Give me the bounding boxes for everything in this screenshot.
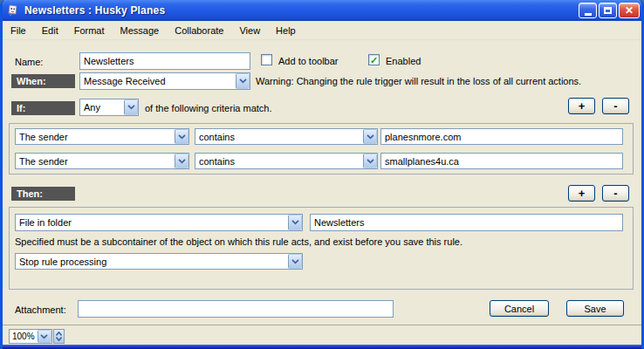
chevron-down-icon (288, 215, 302, 230)
chevron-down-icon (363, 129, 377, 144)
window-title: Newsletters : Husky Planes (24, 4, 165, 17)
maximize-button[interactable] (599, 3, 617, 18)
criteria-operator-select[interactable]: contains (195, 153, 378, 169)
menu-item-format[interactable]: Format (66, 23, 113, 38)
add-action-button[interactable]: + (568, 185, 595, 202)
name-input[interactable] (79, 52, 250, 70)
secondary-action-select[interactable]: Stop rule processing (15, 253, 303, 270)
remove-action-button[interactable]: - (602, 185, 629, 202)
chevron-down-icon[interactable] (38, 330, 51, 343)
when-trigger-select[interactable]: Message Received (79, 72, 250, 90)
attachment-input[interactable] (78, 300, 394, 318)
save-button[interactable]: Save (566, 300, 624, 317)
menu-item-collaborate[interactable]: Collaborate (167, 23, 231, 38)
chevron-down-icon (363, 154, 377, 168)
minimize-button[interactable] (579, 3, 597, 18)
zoom-level-value: 100% (10, 332, 38, 341)
chevron-down-icon (175, 154, 188, 168)
enabled-label: Enabled (386, 56, 421, 66)
criteria-value-input[interactable] (380, 153, 623, 169)
criteria-field-select[interactable]: The sender (15, 153, 189, 169)
window-icon (6, 3, 20, 17)
enabled-checkbox[interactable]: ✓ (368, 54, 380, 65)
attachment-label: Attachment: (15, 305, 66, 315)
chevron-down-icon (288, 254, 302, 269)
maximize-icon (604, 7, 612, 14)
minimize-icon (585, 13, 592, 16)
menu-item-file[interactable]: File (3, 23, 34, 38)
if-match-select[interactable]: Any (79, 99, 139, 116)
criteria-field-select[interactable]: The sender (15, 128, 189, 145)
chevron-down-icon (236, 73, 250, 89)
spinner-up-icon (56, 332, 62, 336)
add-criteria-button[interactable]: + (568, 98, 595, 114)
remove-criteria-button[interactable]: - (602, 98, 629, 114)
titlebar: Newsletters : Husky Planes ✕ (0, 0, 644, 21)
if-section-label: If: (11, 101, 75, 115)
add-to-toolbar-checkbox[interactable] (261, 54, 272, 65)
rule-editor-window: Newsletters : Husky Planes ✕ File Edit F… (0, 0, 644, 349)
close-icon: ✕ (625, 4, 634, 17)
zoom-spinner[interactable] (53, 329, 65, 344)
chevron-down-icon (124, 99, 138, 115)
close-button[interactable]: ✕ (619, 3, 640, 18)
action-select[interactable]: File in folder (15, 214, 303, 231)
menu-item-message[interactable]: Message (113, 23, 168, 38)
menu-item-view[interactable]: View (231, 23, 268, 38)
menu-item-edit[interactable]: Edit (34, 23, 66, 38)
zoom-level-combo[interactable]: 100% (9, 329, 52, 344)
criteria-value-input[interactable] (380, 128, 623, 145)
status-bar: 100% (3, 325, 641, 345)
chevron-down-icon (175, 129, 188, 144)
when-section-label: When: (11, 74, 75, 88)
menu-item-help[interactable]: Help (268, 23, 304, 38)
when-warning-text: Warning: Changing the rule trigger will … (256, 76, 581, 86)
folder-name-input[interactable] (310, 214, 623, 231)
subcontainer-note: Specified must be a subcontainer of the … (15, 236, 462, 247)
then-section-label: Then: (11, 187, 75, 201)
menubar: File Edit Format Message Collaborate Vie… (3, 21, 641, 40)
name-label: Name: (15, 57, 43, 67)
window-bottom-border (0, 345, 644, 349)
cancel-button[interactable]: Cancel (490, 300, 549, 317)
check-icon: ✓ (370, 56, 378, 65)
criteria-operator-select[interactable]: contains (195, 128, 378, 145)
if-suffix-text: of the following criteria match. (145, 103, 272, 113)
spinner-down-icon (56, 337, 62, 341)
add-to-toolbar-label: Add to toolbar (278, 56, 339, 66)
